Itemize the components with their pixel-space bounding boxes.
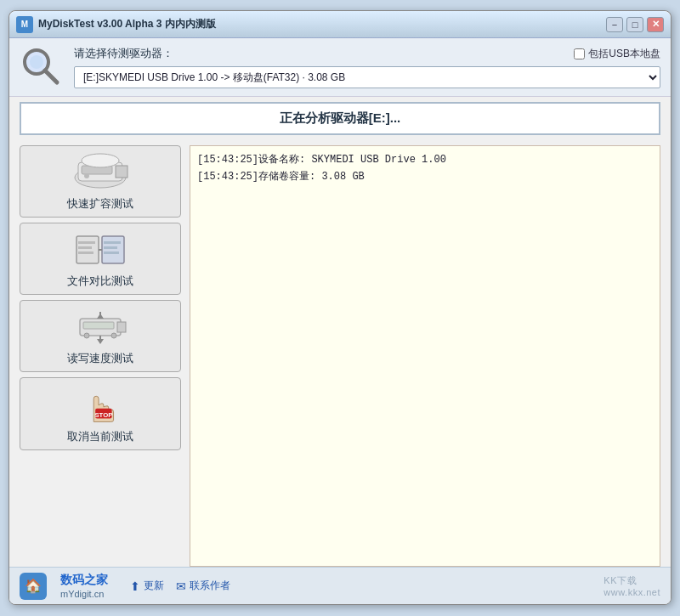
cancel-button[interactable]: STOP 取消当前测试	[20, 377, 181, 450]
watermark-line2: www.kkx.net	[604, 587, 660, 597]
svg-point-7	[84, 173, 89, 178]
status-text: 正在分析驱动器[E:]...	[280, 110, 401, 125]
svg-rect-19	[117, 322, 126, 332]
footer-site-info: 数码之家 mYdigit.cn	[60, 573, 108, 599]
svg-marker-24	[97, 314, 104, 319]
watermark: KK下载 www.kkx.net	[604, 574, 660, 597]
svg-rect-13	[102, 236, 124, 263]
main-content: 快速扩容测试 文件对比测试	[9, 140, 671, 567]
log-panel: [15:43:25]设备名称: SKYMEDI USB Drive 1.00 […	[190, 145, 660, 567]
usb-local-label: 包括USB本地盘	[588, 47, 660, 61]
update-label: 更新	[144, 579, 164, 593]
site-logo-letter: 🏠	[25, 578, 42, 594]
watermark-line1: KK下载	[604, 574, 660, 587]
footer-links: ⬆ 更新 ✉ 联系作者	[130, 579, 230, 593]
update-icon: ⬆	[130, 579, 140, 593]
footer: 🏠 数码之家 mYdigit.cn ⬆ 更新 ✉ 联系作者 KK下载 www.k…	[9, 567, 671, 604]
file-compare-label: 文件对比测试	[67, 274, 133, 289]
site-url: mYdigit.cn	[60, 589, 108, 599]
read-write-label: 读写速度测试	[67, 351, 133, 366]
file-compare-icon	[70, 229, 131, 270]
app-icon: M	[16, 16, 33, 33]
left-panel: 快速扩容测试 文件对比测试	[20, 145, 181, 567]
svg-point-8	[82, 154, 119, 167]
file-compare-button[interactable]: 文件对比测试	[20, 223, 181, 295]
svg-rect-5	[116, 166, 128, 178]
header-label-row: 请选择待测驱动器： 包括USB本地盘	[74, 46, 660, 61]
contact-label: 联系作者	[190, 579, 230, 593]
stop-icon: STOP	[71, 383, 130, 426]
log-line-1: [15:43:25]设备名称: SKYMEDI USB Drive 1.00	[197, 151, 653, 168]
svg-point-21	[84, 333, 89, 338]
maximize-button[interactable]: □	[626, 17, 643, 32]
svg-rect-16	[104, 251, 119, 254]
svg-rect-12	[78, 251, 94, 254]
window-controls: − □ ✕	[606, 17, 664, 32]
quick-expand-label: 快速扩容测试	[67, 196, 133, 212]
magnifier-icon	[20, 45, 64, 89]
update-link[interactable]: ⬆ 更新	[130, 579, 164, 593]
svg-rect-11	[78, 246, 92, 249]
svg-rect-15	[104, 246, 117, 249]
quick-expand-button[interactable]: 快速扩容测试	[20, 145, 181, 218]
svg-rect-20	[83, 322, 114, 329]
titlebar: M MyDiskTest v3.00 Alpha 3 内内内测版 − □ ✕	[9, 11, 671, 38]
svg-line-1	[45, 71, 57, 82]
svg-point-22	[111, 333, 116, 338]
svg-marker-26	[97, 339, 104, 344]
svg-rect-9	[76, 236, 99, 263]
window-title: MyDiskTest v3.00 Alpha 3 内内内测版	[38, 17, 606, 31]
quick-expand-icon	[70, 152, 131, 193]
status-bar: 正在分析驱动器[E:]...	[20, 102, 660, 135]
header-controls: 请选择待测驱动器： 包括USB本地盘 [E:]SKYMEDI USB Drive…	[74, 46, 660, 88]
log-line-2: [15:43:25]存储卷容量: 3.08 GB	[197, 168, 653, 185]
header-area: 请选择待测驱动器： 包括USB本地盘 [E:]SKYMEDI USB Drive…	[9, 38, 671, 97]
email-icon: ✉	[176, 579, 186, 593]
site-logo: 🏠	[20, 573, 47, 600]
svg-text:STOP: STOP	[94, 411, 112, 419]
drive-select[interactable]: [E:]SKYMEDI USB Drive 1.00 -> 移动盘(FAT32)…	[74, 66, 660, 88]
stop-icon-container: STOP	[71, 383, 130, 426]
usb-local-checkbox[interactable]	[574, 48, 585, 59]
svg-rect-14	[104, 241, 121, 244]
svg-rect-10	[78, 241, 95, 244]
read-write-icon	[70, 307, 131, 348]
minimize-button[interactable]: −	[606, 17, 623, 32]
read-write-button[interactable]: 读写速度测试	[20, 300, 181, 372]
main-window: M MyDiskTest v3.00 Alpha 3 内内内测版 − □ ✕ 请…	[8, 10, 672, 605]
close-button[interactable]: ✕	[647, 17, 664, 32]
svg-point-2	[30, 55, 43, 69]
usb-local-checkbox-row: 包括USB本地盘	[574, 47, 660, 61]
drive-label: 请选择待测驱动器：	[74, 46, 173, 61]
contact-link[interactable]: ✉ 联系作者	[176, 579, 230, 593]
app-logo	[20, 45, 64, 89]
cancel-label: 取消当前测试	[67, 429, 133, 444]
site-name: 数码之家	[60, 573, 108, 588]
